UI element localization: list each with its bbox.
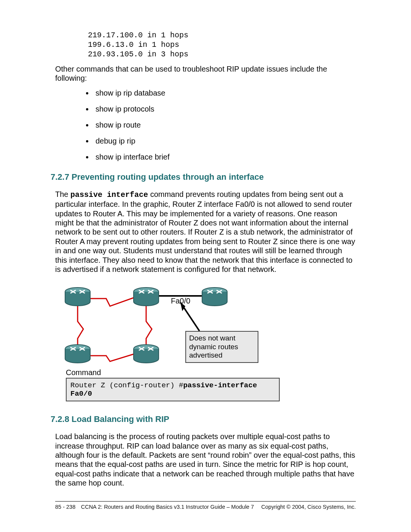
list-item: show ip protocols — [93, 104, 356, 113]
document-page: 219.17.100.0 in 1 hops 199.6.13.0 in 1 h… — [0, 0, 411, 532]
router-c-icon: C — [64, 344, 91, 363]
router-d-icon: D — [133, 344, 159, 363]
text-fragment: The — [55, 190, 70, 198]
command-box: Router Z (config-router) #passive-interf… — [66, 378, 280, 401]
inline-command: passive interface — [70, 190, 148, 199]
router-label: B — [91, 299, 118, 305]
code-output-block: 219.17.100.0 in 1 hops 199.6.13.0 in 1 h… — [88, 30, 356, 59]
section-heading-727: 7.2.7 Preventing routing updates through… — [51, 172, 356, 182]
command-heading: Command — [66, 368, 274, 377]
footer-left: 85 - 238 CCNA 2: Routers and Routing Bas… — [55, 504, 254, 510]
sec728-paragraph: Load balancing is the process of routing… — [55, 432, 356, 487]
list-item: show ip interface brief — [93, 152, 356, 161]
text-fragment: command prevents routing updates from be… — [55, 190, 355, 273]
network-diagram: B A Z C D Fa0/0 Does not want dynamic ro… — [61, 285, 274, 401]
section-heading-728: 7.2.8 Load Balancing with RIP — [51, 414, 356, 424]
diagram-canvas: B A Z C D Fa0/0 Does not want dynamic ro… — [61, 285, 274, 366]
intro-paragraph: Other commands that can be used to troub… — [55, 64, 356, 83]
footer-right: Copyright © 2004, Cisco Systems, Inc. — [261, 504, 356, 510]
command-prefix: Router Z (config-router) # — [70, 381, 183, 390]
command-bullet-list: show ip rip database show ip protocols s… — [55, 88, 356, 161]
router-a-icon: A — [133, 287, 159, 306]
interface-label: Fa0/0 — [171, 297, 190, 305]
router-label: Z — [228, 299, 255, 305]
diagram-note-box: Does not want dynamic routes advertised — [185, 331, 258, 363]
list-item: debug ip rip — [93, 136, 356, 145]
page-footer: 85 - 238 CCNA 2: Routers and Routing Bas… — [55, 501, 356, 510]
list-item: show ip rip database — [93, 88, 356, 97]
router-label: D — [159, 356, 186, 363]
sec727-paragraph: The passive interface command prevents r… — [55, 190, 356, 274]
router-label: C — [91, 356, 118, 363]
router-z-icon: Z — [201, 287, 228, 306]
router-b-icon: B — [64, 287, 91, 306]
list-item: show ip route — [93, 120, 356, 129]
